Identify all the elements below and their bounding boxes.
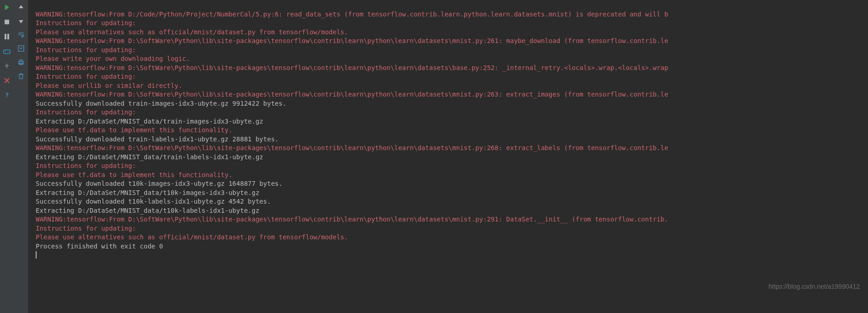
rerun-button[interactable] [1, 2, 12, 13]
console-line: Please use urllib or similar directly. [36, 81, 864, 91]
pin-button[interactable] [1, 60, 12, 71]
console-line: Instructions for updating: [36, 162, 864, 171]
console-line: Successfully downloaded t10k-labels-idx1… [36, 197, 864, 206]
help-button[interactable]: ? [1, 90, 12, 101]
svg-text:?: ? [5, 92, 9, 99]
console-line: WARNING:tensorflow:From D:\SoftWare\Pyth… [36, 215, 864, 224]
down-arrow-icon[interactable] [16, 16, 27, 27]
console-line: Successfully downloaded train-labels-idx… [36, 135, 864, 144]
svg-rect-0 [5, 20, 9, 24]
console-line: WARNING:tensorflow:From D:\SoftWare\Pyth… [36, 90, 864, 99]
dump-threads-button[interactable] [1, 46, 12, 57]
svg-rect-2 [7, 34, 9, 39]
stop-button[interactable] [1, 16, 12, 27]
console-line: Instructions for updating: [36, 108, 864, 117]
up-arrow-icon[interactable] [16, 2, 27, 13]
console-line: Please use tf.data to implement this fun… [36, 171, 864, 180]
console-line: Instructions for updating: [36, 224, 864, 233]
console-line: Successfully downloaded train-images-idx… [36, 99, 864, 108]
console-line: Please use alternatives such as official… [36, 233, 864, 242]
close-tab-button[interactable] [1, 75, 12, 86]
watermark-text: https://blog.csdn.net/a19990412 [769, 282, 860, 291]
console-toolbar [14, 0, 28, 313]
trash-icon[interactable] [16, 70, 27, 81]
scroll-to-end-icon[interactable] [16, 43, 27, 54]
console-line: Process finished with exit code 0 [36, 242, 864, 251]
console-output[interactable]: WARNING:tensorflow:From D:/Code/Python/P… [28, 0, 868, 313]
print-icon[interactable] [16, 57, 27, 68]
pause-button[interactable] [1, 31, 12, 42]
console-line: Extracting D:/DataSet/MNIST_data/train-l… [36, 153, 864, 162]
svg-rect-8 [20, 60, 22, 61]
svg-rect-3 [4, 50, 10, 54]
console-line: Instructions for updating: [36, 72, 864, 81]
svg-rect-4 [5, 51, 6, 51]
console-line: Extracting D:/DataSet/MNIST_data/train-i… [36, 117, 864, 126]
console-line: WARNING:tensorflow:From D:\SoftWare\Pyth… [36, 144, 864, 153]
console-line: WARNING:tensorflow:From D:/Code/Python/P… [36, 10, 864, 19]
console-line: Extracting D:/DataSet/MNIST_data/t10k-la… [36, 206, 864, 216]
console-line: Please write your own downloading logic. [36, 54, 864, 64]
console-line: Please use tf.data to implement this fun… [36, 126, 864, 135]
console-line: Instructions for updating: [36, 46, 864, 55]
cursor-line [36, 251, 864, 260]
console-line: Successfully downloaded t10k-images-idx3… [36, 179, 864, 189]
console-line: Extracting D:/DataSet/MNIST_data/t10k-im… [36, 189, 864, 198]
console-line: WARNING:tensorflow:From D:\SoftWare\Pyth… [36, 37, 864, 46]
console-line: WARNING:tensorflow:From D:\SoftWare\Pyth… [36, 64, 864, 73]
soft-wrap-icon[interactable] [16, 29, 27, 40]
svg-rect-1 [5, 34, 6, 39]
console-line: Instructions for updating: [36, 19, 864, 28]
run-toolbar-left: ? [0, 0, 14, 313]
console-line: Please use alternatives such as official… [36, 28, 864, 37]
